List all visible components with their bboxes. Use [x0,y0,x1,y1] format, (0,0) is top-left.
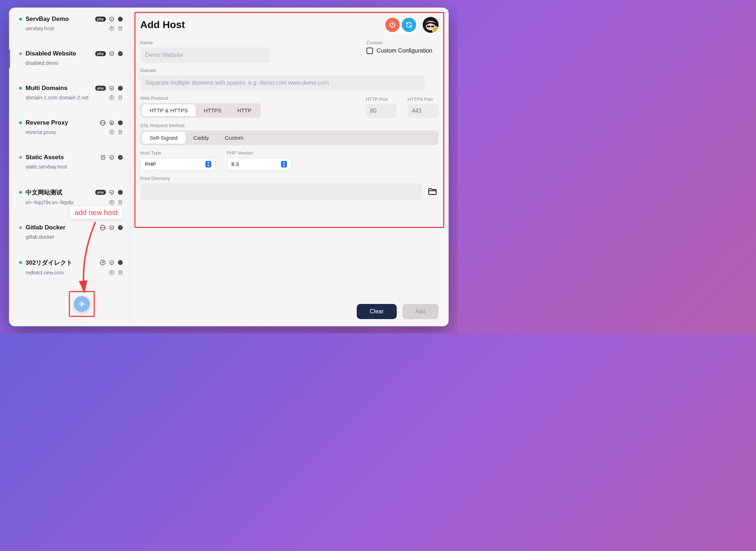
pause-icon [117,85,123,91]
doc-icon [117,270,123,276]
add-host-button[interactable] [74,296,90,312]
label-php-version: PHP Version [227,150,292,156]
host-name: 302リダイレクト [26,259,96,267]
host-name: Multi Domains [26,85,92,92]
host-type-select[interactable]: PHP [140,158,216,171]
ssl-option[interactable]: Self-Signed [142,132,186,144]
user-avatar[interactable] [423,17,439,33]
svg-rect-28 [120,191,120,193]
web-protocol-option[interactable]: HTTP & HTTPS [142,104,196,116]
doc-icon [117,26,123,31]
svg-point-30 [110,200,114,205]
folder-icon[interactable] [426,187,439,197]
host-domain: domain-1.com domain-2.net [26,95,106,100]
plus-icon [78,300,86,308]
main-panel: Add Host [130,8,449,326]
svg-rect-46 [427,26,430,27]
label-custom: Custom [366,40,439,45]
redirect-badge-icon [99,259,106,266]
label-http-port: HTTP Port [366,97,397,102]
root-directory-input[interactable] [140,183,422,200]
host-name: Disabled Website [26,50,92,57]
svg-point-19 [110,130,114,134]
hosts-sidebar: ServBay Demo php servbay.host Disabled W… [9,8,130,326]
web-protocol-option[interactable]: HTTP [230,104,259,116]
power-button[interactable] [385,18,400,32]
http-port-input[interactable] [366,104,397,118]
ssl-option[interactable]: Custom [217,132,252,144]
svg-point-11 [110,95,114,100]
php-version-select[interactable]: 8.3 [227,158,292,171]
host-item[interactable]: Multi Domains php domain-1.com domain-2.… [9,81,130,106]
shield-icon [109,16,115,22]
label-name: Name [140,40,352,45]
pause-icon [117,189,123,195]
host-item[interactable]: Disabled Website php disabled.demo [9,46,130,71]
host-name: Reverse Proxy [26,119,96,126]
host-domain: static.servbay.host [26,164,120,170]
status-dot [19,121,22,124]
clear-button[interactable]: Clear [357,304,396,319]
label-ssl: SSL Request Method [140,123,439,128]
status-dot [19,191,22,194]
page-title: Add Host [140,19,384,31]
host-item[interactable]: Static Assets static.servbay.host [9,150,130,175]
shield-icon [109,51,115,57]
sync-button[interactable] [402,18,416,32]
status-dot [19,226,22,229]
header: Add Host [140,16,439,33]
domain-input[interactable] [140,75,425,90]
compass-icon [109,26,115,31]
doc-icon [117,129,123,135]
web-protocol-option[interactable]: HTTPS [196,104,229,116]
app-window: ServBay Demo php servbay.host Disabled W… [9,8,449,326]
label-root: Root Directory [140,176,439,181]
proxy-badge-icon [99,120,106,126]
svg-rect-17 [120,122,120,124]
shield-icon [109,260,115,265]
play-icon [117,51,123,57]
static-badge-icon [100,154,106,160]
compass-icon [109,200,115,205]
host-item[interactable]: 302リダイレクト redirect.new.com [9,255,130,281]
custom-config-checkbox[interactable] [366,48,373,54]
pause-icon [117,16,123,22]
host-item[interactable]: 中文网站测试 php xn--6qq79v.xn--fiqs8s [9,185,130,210]
svg-rect-9 [120,87,120,89]
host-item[interactable]: ServBay Demo php servbay.host [9,12,130,36]
label-web-protocol: Web Protocol [140,95,261,101]
compass-icon [109,95,115,100]
svg-rect-38 [120,261,120,263]
add-button[interactable]: Add [403,304,439,319]
name-input[interactable] [140,48,270,63]
host-name: ServBay Demo [26,15,92,23]
https-port-input[interactable] [408,104,439,118]
host-domain: xn--6qq79v.xn--fiqs8s [26,200,106,205]
label-host-type: Host Type [140,150,216,156]
host-item[interactable]: Reverse Proxy reverse.proxy [9,116,130,140]
compass-icon [109,270,115,276]
host-name: Static Assets [26,154,97,161]
select-arrows-icon [205,161,211,167]
host-domain: redirect.new.com [26,270,106,276]
svg-rect-10 [121,87,121,89]
host-name: Gitlab Docker [26,224,96,231]
pause-icon [117,120,123,126]
host-item[interactable]: Gitlab Docker gitlab.docker [9,220,130,245]
footer: Clear Add [140,304,439,319]
host-domain: reverse.proxy [26,129,106,135]
label-https-port: HTTPS Port [408,97,439,102]
host-name: 中文网站测试 [26,188,92,197]
host-type-value: PHP [145,161,156,167]
ssl-option[interactable]: Caddy [186,132,217,144]
proxy-badge-icon [99,224,106,231]
custom-config-label: Custom Configuration [377,48,432,54]
sync-icon [405,21,413,28]
play-icon [117,154,123,160]
svg-rect-29 [121,191,121,193]
avatar-icon [423,17,439,33]
svg-rect-39 [121,261,121,263]
status-dot [19,156,22,159]
php-badge: php [95,51,106,56]
pause-icon [117,260,123,265]
